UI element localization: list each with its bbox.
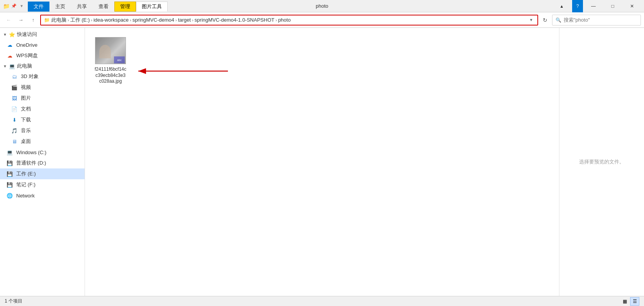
video-icon: 🎬 — [11, 84, 18, 91]
search-box[interactable]: 🔍 — [552, 15, 641, 26]
address-bar-row: ← → ↑ 📁 此电脑 › 工作 (E:) › idea-workspace ›… — [0, 12, 644, 28]
quick-access-label: 快速访问 — [17, 31, 37, 38]
breadcrumb: 此电脑 › 工作 (E:) › idea-workspace › springM… — [51, 17, 525, 24]
sidebar-item-downloads[interactable]: ⬇ 下载 — [0, 114, 85, 125]
maximize-button[interactable]: □ — [604, 0, 622, 12]
f-drive-icon: 💾 — [6, 181, 13, 188]
tab-manage[interactable]: 管理 — [114, 2, 136, 12]
search-input[interactable] — [564, 17, 637, 23]
desktop-icon: 🖥 — [11, 138, 18, 145]
minimize-button[interactable]: — — [585, 0, 602, 12]
sidebar-item-video[interactable]: 🎬 视频 — [0, 82, 85, 93]
window-title: photo — [316, 3, 328, 9]
sidebar-item-network[interactable]: 🌐 Network — [0, 190, 85, 201]
address-dropdown-button[interactable]: ▼ — [528, 15, 534, 25]
search-icon: 🔍 — [556, 17, 561, 23]
sidebar-item-c-drive[interactable]: 💻 Windows (C:) — [0, 147, 85, 158]
file-name: f24111f6bcf14cc39ecb84c3e3c028aa.jpg — [94, 66, 127, 85]
breadcrumb-part-e: 工作 (E:) — [70, 17, 90, 24]
preview-hint: 选择要预览的文件。 — [579, 158, 624, 165]
tab-picture-tools[interactable]: 图片工具 — [136, 2, 168, 12]
sidebar-item-music[interactable]: 🎵 音乐 — [0, 125, 85, 136]
downarrow-icon: ▼ — [19, 3, 25, 9]
sidebar-item-3d-objects[interactable]: 🗂 3D 对象 — [0, 71, 85, 82]
content-area: abc f24111f6bcf14cc39ecb84c3e3c028aa.jpg — [85, 28, 559, 296]
expand-ribbon-button[interactable]: ▲ — [553, 0, 571, 12]
pictures-icon: 🖼 — [11, 95, 18, 102]
chevron-this-pc-icon: ▼ — [3, 64, 7, 68]
breadcrumb-part-demo4: springMVC-demo4 — [133, 17, 174, 23]
title-bar-icons: 📁 📌 ▼ — [3, 3, 25, 9]
tab-share[interactable]: 共享 — [71, 2, 93, 12]
3d-icon: 🗂 — [11, 73, 18, 80]
c-drive-icon: 💻 — [6, 149, 13, 156]
breadcrumb-part-workspace: idea-workspace — [93, 17, 129, 23]
folder-nav-icon: 📁 — [44, 17, 50, 23]
sidebar: ▼ ⭐ 快速访问 ☁ OneDrive ☁ WPS网盘 ▼ 💻 此电脑 🗂 3D… — [0, 28, 85, 296]
downloads-icon: ⬇ — [11, 116, 18, 123]
ribbon-tabs-container: 文件 主页 共享 查看 管理 图片工具 — [28, 1, 553, 12]
breadcrumb-part-target: target — [178, 17, 191, 23]
view-grid-button[interactable]: ▦ — [620, 297, 629, 306]
thumbnail-image: abc — [95, 37, 126, 64]
wps-icon: ☁ — [6, 52, 13, 59]
documents-icon: 📄 — [11, 105, 18, 112]
d-drive-icon: 💾 — [6, 160, 13, 167]
folder-icon: 📁 — [3, 3, 9, 9]
view-buttons: ▦ ☰ — [620, 297, 639, 306]
sidebar-item-desktop[interactable]: 🖥 桌面 — [0, 136, 85, 147]
sidebar-item-f-drive[interactable]: 💾 笔记 (F:) — [0, 179, 85, 190]
breadcrumb-part-thispc: 此电脑 — [51, 17, 66, 24]
title-bar: 📁 📌 ▼ 文件 主页 共享 查看 管理 图片工具 photo ▲ ? — □ … — [0, 0, 644, 12]
breadcrumb-part-photo: photo — [278, 17, 291, 23]
sidebar-item-e-drive[interactable]: 💾 工作 (E:) — [0, 168, 85, 179]
tab-view[interactable]: 查看 — [93, 2, 114, 12]
network-icon: 🌐 — [6, 192, 13, 199]
address-box[interactable]: 📁 此电脑 › 工作 (E:) › idea-workspace › sprin… — [40, 15, 538, 26]
onedrive-icon: ☁ — [6, 41, 13, 48]
back-button[interactable]: ← — [3, 15, 14, 26]
sidebar-section-quick-access[interactable]: ▼ ⭐ 快速访问 — [0, 29, 85, 39]
tab-file[interactable]: 文件 — [28, 2, 49, 12]
sidebar-item-wps-cloud[interactable]: ☁ WPS网盘 — [0, 50, 85, 61]
sidebar-item-pictures[interactable]: 🖼 图片 — [0, 93, 85, 104]
up-button[interactable]: ↑ — [28, 15, 39, 26]
sidebar-item-d-drive[interactable]: 💾 普通软件 (D:) — [0, 158, 85, 168]
file-item[interactable]: abc f24111f6bcf14cc39ecb84c3e3c028aa.jpg — [91, 34, 130, 88]
file-grid: abc f24111f6bcf14cc39ecb84c3e3c028aa.jpg — [91, 34, 553, 88]
star-icon: ⭐ — [8, 31, 15, 38]
pin-icon: 📌 — [11, 3, 17, 9]
close-button[interactable]: ✕ — [623, 0, 641, 12]
status-item-count: 1 个项目 — [5, 298, 22, 304]
status-bar: 1 个项目 ▦ ☰ — [0, 296, 644, 306]
sidebar-item-documents[interactable]: 📄 文档 — [0, 104, 85, 114]
chevron-icon: ▼ — [3, 32, 7, 37]
forward-button[interactable]: → — [15, 15, 26, 26]
main-area: ▼ ⭐ 快速访问 ☁ OneDrive ☁ WPS网盘 ▼ 💻 此电脑 🗂 3D… — [0, 28, 644, 296]
preview-pane: 选择要预览的文件。 — [559, 28, 644, 296]
sidebar-item-onedrive[interactable]: ☁ OneDrive — [0, 39, 85, 50]
breadcrumb-part-snapshot: springMVC-demo4-1.0-SNAPSHOT — [195, 17, 275, 23]
sidebar-section-this-pc[interactable]: ▼ 💻 此电脑 — [0, 61, 85, 71]
file-thumbnail: abc — [95, 37, 126, 64]
help-button[interactable]: ? — [572, 0, 583, 12]
tab-home[interactable]: 主页 — [49, 2, 71, 12]
e-drive-icon: 💾 — [6, 170, 13, 177]
computer-icon: 💻 — [8, 63, 15, 70]
refresh-button[interactable]: ↻ — [540, 15, 551, 26]
this-pc-label: 此电脑 — [17, 63, 32, 70]
view-details-button[interactable]: ☰ — [630, 297, 639, 306]
music-icon: 🎵 — [11, 127, 18, 134]
